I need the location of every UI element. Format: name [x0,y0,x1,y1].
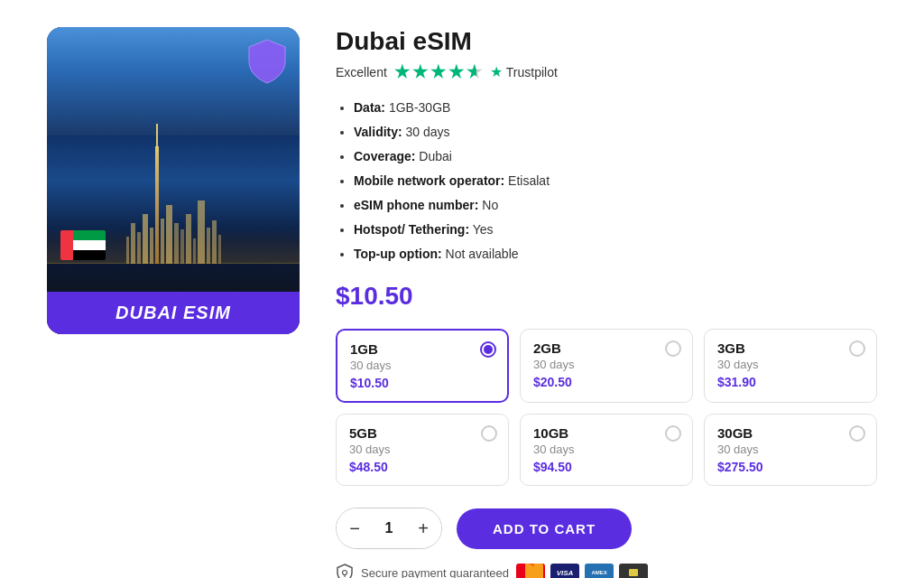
trustpilot-row: Excellent ★ Trustpilot [336,63,877,80]
feature-hotspot: Hotspot/ Tethering: Yes [354,220,877,239]
mastercard-icon [516,564,545,578]
plan-1gb-price: $10.50 [350,376,494,390]
features-list: Data: 1GB-30GB Validity: 30 days Coverag… [336,98,877,264]
plan-30gb-days: 30 days [717,443,864,456]
plan-3gb-price: $31.90 [717,375,864,389]
add-to-cart-button[interactable]: ADD TO CART [457,508,632,549]
quantity-increase-button[interactable]: + [405,508,441,548]
quantity-control: − 1 + [336,508,442,549]
svg-point-0 [343,571,347,575]
plan-5gb-data: 5GB [349,425,495,441]
feature-operator: Mobile network operator: Etisalat [354,172,877,191]
trustpilot-stars [394,64,483,80]
secure-payment-row: Secure payment guaranteed VISA AMEX [336,564,877,578]
plan-5gb-days: 30 days [349,443,495,456]
uae-flag [60,230,106,260]
trustpilot-label: Excellent [336,65,387,79]
plan-5gb-price: $48.50 [349,460,495,474]
star-3 [430,64,447,80]
feature-validity: Validity: 30 days [354,123,877,142]
plan-2gb-days: 30 days [533,358,679,371]
feature-esim-number: eSIM phone number: No [354,196,877,215]
secure-payment-label: Secure payment guaranteed [361,566,509,579]
plan-2gb-price: $20.50 [533,375,679,389]
other-payment-icon [619,564,648,578]
shield-icon [245,38,289,89]
secure-shield-icon [336,564,354,578]
plan-30gb-data: 30GB [717,425,864,441]
plan-1gb-data: 1GB [350,341,494,357]
plan-2gb-data: 2GB [533,340,679,356]
quantity-value: 1 [373,520,405,536]
star-5-half [467,64,483,80]
product-image: DUBAI ESIM [47,27,300,334]
plan-3gb-radio [849,340,865,357]
feature-data: Data: 1GB-30GB [354,98,877,117]
plan-30gb[interactable]: 30GB 30 days $275.50 [704,414,877,486]
product-info: Dubai eSIM Excellent ★ Trustpilot Data: … [336,27,877,578]
plan-2gb[interactable]: 2GB 30 days $20.50 [520,329,693,403]
visa-icon: VISA [550,564,579,578]
plan-2gb-radio [665,340,681,357]
plan-1gb[interactable]: 1GB 30 days $10.50 [336,329,509,403]
trustpilot-logo: ★ Trustpilot [490,63,558,80]
product-title: Dubai eSIM [336,27,877,56]
product-price: $10.50 [336,282,877,311]
product-image-wrapper: DUBAI ESIM [47,27,300,334]
feature-topup: Top-up option: Not available [354,245,877,264]
plan-10gb-price: $94.50 [533,460,679,474]
plans-grid: 1GB 30 days $10.50 2GB 30 days $20.50 3G… [336,329,877,486]
plan-10gb-data: 10GB [533,425,679,441]
star-4 [448,64,465,80]
plan-30gb-radio [849,425,865,442]
plan-5gb-radio [481,425,497,442]
plan-1gb-radio [480,341,496,358]
amex-icon: AMEX [585,564,614,578]
plan-3gb-days: 30 days [717,358,864,371]
star-2 [412,64,429,80]
product-image-label: DUBAI ESIM [47,292,300,334]
plan-10gb-radio [665,425,681,442]
plan-10gb-days: 30 days [533,443,679,456]
plan-3gb-data: 3GB [717,340,864,356]
plan-3gb[interactable]: 3GB 30 days $31.90 [704,329,877,403]
plan-10gb[interactable]: 10GB 30 days $94.50 [520,414,693,486]
star-1 [394,64,411,80]
plan-30gb-price: $275.50 [717,460,864,474]
plan-5gb[interactable]: 5GB 30 days $48.50 [336,414,509,486]
feature-coverage: Coverage: Dubai [354,147,877,166]
plan-1gb-days: 30 days [350,359,494,372]
quantity-decrease-button[interactable]: − [337,508,373,548]
payment-icons: VISA AMEX [516,564,648,578]
cart-row: − 1 + ADD TO CART [336,508,877,549]
